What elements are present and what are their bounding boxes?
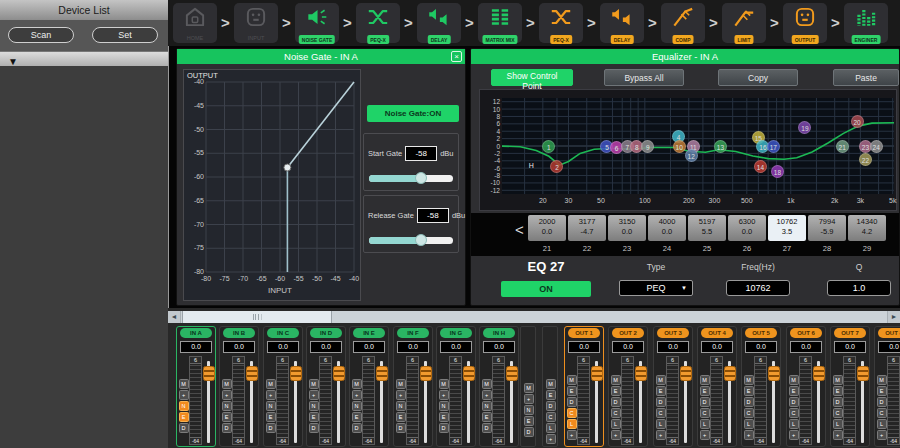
paste-button[interactable]: Paste xyxy=(833,69,899,86)
strip-button-E[interactable]: E xyxy=(396,412,406,422)
gate-threshold-handle[interactable] xyxy=(284,164,291,171)
strip-button-E[interactable]: E xyxy=(877,386,887,396)
strip-button-+[interactable]: + xyxy=(222,390,232,400)
release-gate-value[interactable]: -58 xyxy=(417,208,449,223)
strip-button-D[interactable]: D xyxy=(396,423,406,433)
channel-strip-out-3[interactable]: OUT 30.06-64MEDCL+ xyxy=(653,326,693,447)
strip-button-C[interactable]: C xyxy=(833,408,843,418)
channel-gain-value[interactable]: 0.0 xyxy=(790,341,822,353)
channel-strip-in-c[interactable]: IN C0.06-64M+NED xyxy=(263,326,303,447)
channel-gain-value[interactable]: 0.0 xyxy=(440,341,472,353)
eq-band-cell-24[interactable]: 40000.0 xyxy=(648,215,686,241)
strip-button-D[interactable]: D xyxy=(833,397,843,407)
toolbar-item-limit[interactable]: LIMIT xyxy=(722,3,766,43)
strip-button-D[interactable]: D xyxy=(567,397,577,407)
strip-button-M[interactable]: M xyxy=(396,379,406,389)
channel-gain-value[interactable]: 0.0 xyxy=(701,341,733,353)
strip-button-M[interactable]: M xyxy=(546,379,556,389)
channel-strip-in-f[interactable]: IN F0.06-64M+NED xyxy=(393,326,433,447)
strip-button-N[interactable]: N xyxy=(396,401,406,411)
strip-button-+[interactable]: + xyxy=(309,390,319,400)
toolbar-item-comp[interactable]: COMP xyxy=(661,3,705,43)
type-dropdown[interactable]: PEQ ▼ xyxy=(619,280,693,296)
strip-button-N[interactable]: N xyxy=(179,401,189,411)
show-control-point-button[interactable]: Show Control Point xyxy=(491,69,573,86)
fader-knob[interactable] xyxy=(376,366,388,381)
fader-knob[interactable] xyxy=(506,366,518,381)
strip-button-+[interactable]: + xyxy=(877,430,887,440)
strip-button-C[interactable]: C xyxy=(877,408,887,418)
strip-button-M[interactable]: M xyxy=(222,379,232,389)
strip-button-D[interactable]: D xyxy=(309,423,319,433)
strip-button-C[interactable]: C xyxy=(611,408,621,418)
strip-button-D[interactable]: D xyxy=(524,427,534,437)
strip-button-M[interactable]: M xyxy=(482,379,492,389)
strip-button-M[interactable]: M xyxy=(179,379,189,389)
strip-button-L[interactable]: L xyxy=(789,419,799,429)
strip-button-N[interactable]: N xyxy=(352,401,362,411)
eq-band-cell-29[interactable]: 143404.2 xyxy=(848,215,886,241)
channel-gain-value[interactable]: 0.0 xyxy=(397,341,429,353)
strip-button-C[interactable]: C xyxy=(789,408,799,418)
fader-knob[interactable] xyxy=(420,366,432,381)
fader-knob[interactable] xyxy=(768,366,780,381)
strip-button-E[interactable]: E xyxy=(700,386,710,396)
channel-strip-in-d[interactable]: IN D0.06-64M+NED xyxy=(306,326,346,447)
bypass-all-button[interactable]: Bypass All xyxy=(604,69,684,86)
gate-transfer-plot[interactable] xyxy=(206,82,354,272)
eq-band-cell-21[interactable]: 20000.0 xyxy=(528,215,566,241)
strip-button-D[interactable]: D xyxy=(266,423,276,433)
close-icon[interactable]: × xyxy=(451,51,462,62)
strip-button-E[interactable]: E xyxy=(266,412,276,422)
eq-band-cell-28[interactable]: 7994-5.9 xyxy=(808,215,846,241)
noise-gate-graph[interactable]: OUTPUT -40-45-50-55-60-65-70-75-80-80-75… xyxy=(183,69,361,301)
eq-on-button[interactable]: ON xyxy=(501,281,591,297)
strip-button-L[interactable]: L xyxy=(611,419,621,429)
strip-button-+[interactable]: + xyxy=(179,390,189,400)
strip-button-E[interactable]: E xyxy=(833,386,843,396)
strip-button-E[interactable]: E xyxy=(482,412,492,422)
toolbar-item-input[interactable]: INPUT xyxy=(234,3,278,43)
channel-strip-out-7[interactable]: OUT 70.06-64MEDCL+ xyxy=(830,326,870,447)
eq-control-point-1[interactable]: 1 xyxy=(542,140,555,153)
strip-button-M[interactable]: M xyxy=(524,383,534,393)
channel-strip-out-5[interactable]: OUT 50.06-64MEDCL+ xyxy=(741,326,781,447)
strip-button-+[interactable]: + xyxy=(744,430,754,440)
strip-button-D[interactable]: D xyxy=(656,397,666,407)
strip-button-D[interactable]: D xyxy=(877,397,887,407)
strip-button-E[interactable]: E xyxy=(656,386,666,396)
strip-button-M[interactable]: M xyxy=(309,379,319,389)
strip-button-+[interactable]: + xyxy=(352,390,362,400)
channel-strip-in-e[interactable]: IN E0.06-64M+NED xyxy=(349,326,389,447)
fader-knob[interactable] xyxy=(857,366,869,381)
toolbar-item-enginer[interactable]: ENGINER xyxy=(844,3,888,43)
eq-control-point-24[interactable]: 24 xyxy=(870,140,883,153)
eq-control-point-21[interactable]: 21 xyxy=(836,140,849,153)
toolbar-item-noise-gate[interactable]: NOISE GATE xyxy=(295,3,339,43)
channel-strip-out-6[interactable]: OUT 60.06-64MEDCL+ xyxy=(786,326,826,447)
scroll-left-icon[interactable]: ◄ xyxy=(168,311,181,323)
strip-button-D[interactable]: D xyxy=(222,423,232,433)
channel-strip-out-4[interactable]: OUT 40.06-64MEDCL+ xyxy=(697,326,737,447)
scrollbar-thumb[interactable] xyxy=(182,311,332,323)
channel-strip-out-2[interactable]: OUT 20.06-64MEDCL+ xyxy=(608,326,648,447)
strip-button-+[interactable]: + xyxy=(524,394,534,404)
strip-button-+[interactable]: + xyxy=(482,390,492,400)
output-link-strip[interactable]: MEDCL+ xyxy=(542,326,558,447)
eq-band-cell-23[interactable]: 31500.0 xyxy=(608,215,646,241)
strip-button-L[interactable]: L xyxy=(700,419,710,429)
set-button[interactable]: Set xyxy=(92,27,158,43)
channel-gain-value[interactable]: 0.0 xyxy=(834,341,866,353)
strip-button-E[interactable]: E xyxy=(309,412,319,422)
channel-gain-value[interactable]: 0.0 xyxy=(612,341,644,353)
release-gate-slider[interactable] xyxy=(369,237,453,244)
freq-field[interactable]: 10762 xyxy=(726,280,790,296)
strip-button-+[interactable]: + xyxy=(266,390,276,400)
eq-band-cell-22[interactable]: 3177-4.7 xyxy=(568,215,606,241)
eq-control-point-12[interactable]: 12 xyxy=(685,149,698,162)
strip-button-C[interactable]: C xyxy=(744,408,754,418)
strip-button-+[interactable]: + xyxy=(439,390,449,400)
strip-button-E[interactable]: E xyxy=(546,390,556,400)
scan-button[interactable]: Scan xyxy=(8,27,74,43)
start-gate-slider[interactable] xyxy=(369,175,453,182)
